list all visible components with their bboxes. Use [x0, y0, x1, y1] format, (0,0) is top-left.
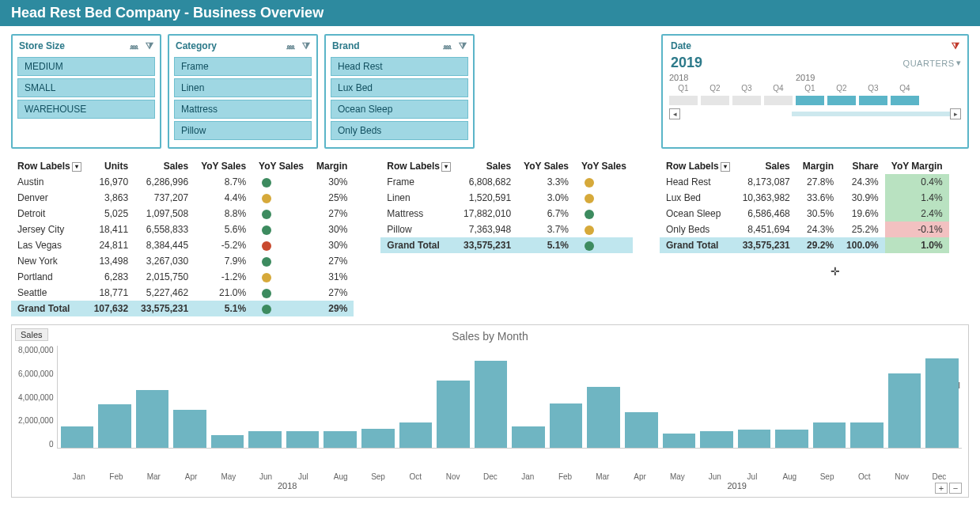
chart-bar[interactable] [98, 404, 131, 448]
dropdown-icon[interactable]: ▾ [721, 162, 730, 172]
table-row[interactable]: New York13,4983,267,0307.9%27% [11, 253, 354, 269]
quarter-segment[interactable] [891, 96, 919, 105]
table-row[interactable]: Detroit5,0251,097,5088.8%27% [11, 206, 354, 222]
status-dot-icon [585, 241, 594, 251]
quarter-segment[interactable] [732, 96, 761, 105]
dropdown-icon[interactable]: ▾ [441, 162, 451, 172]
clear-filter-icon[interactable]: ⧩ [302, 40, 310, 51]
slicer-item[interactable]: Head Rest [331, 57, 468, 76]
status-dot-icon [262, 194, 271, 203]
clear-filter-icon[interactable]: ⧩ [459, 40, 467, 51]
table-row[interactable]: Seattle18,7715,227,46221.0%27% [11, 285, 354, 301]
slicer-item[interactable]: Frame [174, 57, 312, 76]
chart-bar[interactable] [437, 381, 470, 448]
grand-total-row: Grand Total33,575,23129.2%100.0%1.0% [660, 237, 949, 253]
slicer-item[interactable]: Lux Bed [331, 78, 468, 97]
chart-bar[interactable] [512, 426, 545, 448]
slicer-item[interactable]: SMALL [17, 78, 155, 97]
column-header: YoY Sales [195, 158, 252, 174]
status-dot-icon [262, 273, 271, 282]
table-row[interactable]: Pillow7,363,9483.7% [380, 222, 633, 237]
chevron-down-icon: ▾ [956, 58, 962, 68]
table-row[interactable]: Frame6,808,6823.3% [380, 174, 633, 190]
chart-bar[interactable] [173, 410, 206, 448]
slicer-item[interactable]: Pillow [174, 121, 312, 140]
chart-bar[interactable] [286, 431, 320, 448]
slicer-item[interactable]: Linen [174, 78, 312, 97]
timeline-prev-icon[interactable]: ◂ [669, 108, 680, 119]
column-header: Sales [457, 158, 517, 174]
slicer-item[interactable]: WAREHOUSE [17, 100, 155, 119]
chart-bar[interactable] [361, 429, 395, 448]
table-row[interactable]: Jersey City18,4116,558,8335.6%30% [11, 222, 354, 237]
grand-total-row: Grand Total33,575,2315.1% [380, 237, 633, 253]
dropdown-icon[interactable]: ▾ [72, 162, 81, 172]
quarter-segment[interactable] [796, 96, 824, 105]
quarter-segment[interactable] [669, 96, 698, 105]
table-row[interactable]: Denver3,863737,2074.4%25% [11, 190, 354, 206]
chart-bar[interactable] [663, 434, 696, 448]
quarter-segment[interactable] [764, 96, 793, 105]
chart-bar[interactable] [587, 387, 620, 448]
status-dot-icon [262, 178, 271, 188]
table-row[interactable]: Head Rest8,173,08727.8%24.3%0.4% [660, 174, 949, 190]
chart-bar[interactable] [248, 431, 282, 448]
status-dot-icon [262, 289, 271, 298]
chart-bar[interactable] [813, 422, 846, 448]
chart-bar[interactable] [850, 422, 884, 448]
multiselect-icon[interactable]: ⅏ [286, 40, 296, 51]
chart-bar[interactable] [925, 358, 959, 448]
clear-filter-icon[interactable]: ⧩ [952, 40, 959, 51]
column-header: Margin [796, 158, 840, 174]
chart-bar[interactable] [136, 390, 169, 448]
chart-bar[interactable] [625, 412, 658, 448]
slicer-item[interactable]: Mattress [174, 100, 312, 119]
chart-bar[interactable] [211, 435, 244, 448]
slicer-item[interactable]: MEDIUM [17, 57, 155, 76]
table-row[interactable]: Only Beds8,451,69424.3%25.2%-0.1% [660, 222, 949, 237]
chart-bar[interactable] [738, 430, 771, 448]
chart-bar[interactable] [475, 361, 508, 448]
chart-zoom-in-icon[interactable]: + [935, 483, 948, 494]
chart-bar[interactable] [399, 422, 433, 448]
slicer-item[interactable]: Ocean Sleep [331, 100, 468, 119]
clear-filter-icon[interactable]: ⧩ [146, 40, 153, 51]
chart-zoom-out-icon[interactable]: − [949, 483, 962, 494]
column-header: Sales [736, 158, 796, 174]
chart-title: Sales by Month [18, 328, 962, 346]
timeline-next-icon[interactable]: ▸ [950, 108, 961, 119]
pivot-table-city: Row Labels▾UnitsSalesYoY SalesYoY SalesM… [11, 158, 354, 316]
table-row[interactable]: Austin16,9706,286,9968.7%30% [11, 174, 354, 190]
column-header: Sales [134, 158, 195, 174]
multiselect-icon[interactable]: ⅏ [443, 40, 452, 51]
status-dot-icon [262, 225, 271, 235]
table-row[interactable]: Ocean Sleep6,586,46830.5%19.6%2.4% [660, 206, 949, 222]
slicer-item[interactable]: Only Beds [331, 121, 468, 140]
table-row[interactable]: Mattress17,882,0106.7% [380, 206, 633, 222]
column-header: Row Labels▾ [11, 158, 88, 174]
chart-bar[interactable] [775, 430, 808, 448]
multiselect-icon[interactable]: ⅏ [130, 40, 139, 51]
chart-field-tag[interactable]: Sales [15, 328, 48, 341]
slicer-row: Store Size ⅏ ⧩ MEDIUMSMALLWAREHOUSE Cate… [0, 26, 980, 153]
timeline-year-label: 2018 [669, 73, 796, 82]
slicer-category: Category ⅏ ⧩ FrameLinenMattressPillow [168, 34, 318, 149]
table-row[interactable]: Linen1,520,5913.0% [380, 190, 633, 206]
status-dot-icon [585, 225, 594, 235]
status-dot-icon [262, 305, 271, 314]
date-period-selector[interactable]: QUARTERS ▾ [903, 58, 961, 68]
chart-bar[interactable] [550, 403, 583, 448]
slicer-label: Store Size [19, 40, 65, 51]
table-row[interactable]: Las Vegas24,8118,384,445-5.2%30% [11, 237, 354, 253]
timeline-scrollbar[interactable] [792, 112, 950, 116]
chart-bar[interactable] [61, 426, 94, 448]
chart-bar[interactable] [700, 431, 733, 448]
quarter-segment[interactable] [859, 96, 887, 105]
chart-bar[interactable] [888, 373, 921, 448]
table-row[interactable]: Lux Bed10,363,98233.6%30.9%1.4% [660, 190, 949, 206]
table-row[interactable]: Portland6,2832,015,750-1.2%31% [11, 269, 354, 285]
quarter-segment[interactable] [827, 96, 856, 105]
quarter-segment[interactable] [701, 96, 729, 105]
status-dot-icon [585, 178, 594, 188]
chart-bar[interactable] [324, 431, 357, 448]
